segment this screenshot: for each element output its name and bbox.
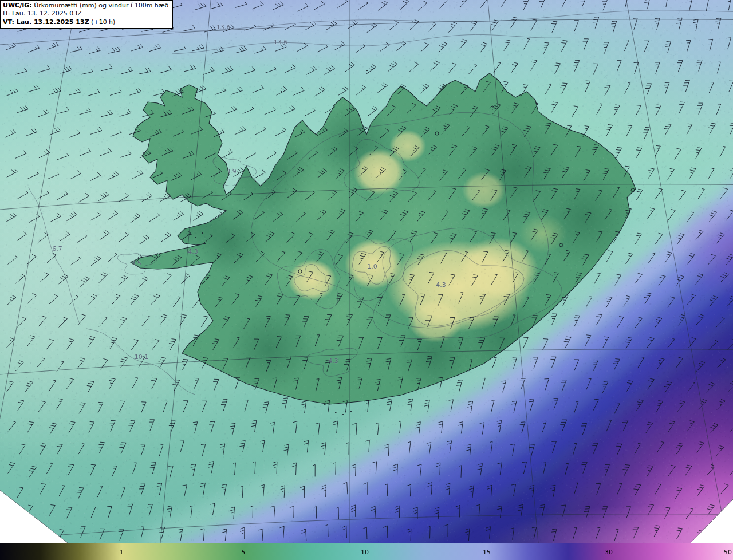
precipitation-colorbar: 1510153050 [0, 543, 733, 560]
colorbar-tick-label: 15 [483, 548, 491, 555]
colorbar-tick-label: 50 [724, 548, 732, 555]
colorbar-tick-label: 10 [361, 548, 369, 555]
precipitation-wind-map-canvas [0, 0, 733, 543]
init-time-line: IT: Lau. 13. 12. 2025 03Z [3, 10, 168, 18]
map-title: Úrkomumætti (mm) og vindur í 100m hæð [32, 2, 169, 9]
colorbar-tick-label: 30 [605, 548, 613, 555]
map-area: 13.513.63.96.74.33.51.04.310.14.3 UWC/IG… [0, 0, 733, 543]
valid-time-line: VT: Lau. 13.12.2025 13Z (+10 h) [3, 18, 168, 26]
model-name: UWC/IG: [3, 2, 32, 9]
colorbar-tick-label: 1 [119, 548, 123, 555]
colorbar-tick-labels: 1510153050 [0, 543, 733, 560]
colorbar-tick-label: 5 [241, 548, 245, 555]
map-title-line: UWC/IG: Úrkomumætti (mm) og vindur í 100… [3, 2, 168, 10]
weather-forecast-map-app: 13.513.63.96.74.33.51.04.310.14.3 UWC/IG… [0, 0, 733, 560]
forecast-info-box: UWC/IG: Úrkomumætti (mm) og vindur í 100… [0, 0, 173, 29]
valid-time: VT: Lau. 13.12.2025 13Z [3, 18, 89, 26]
valid-time-offset: (+10 h) [89, 18, 116, 26]
